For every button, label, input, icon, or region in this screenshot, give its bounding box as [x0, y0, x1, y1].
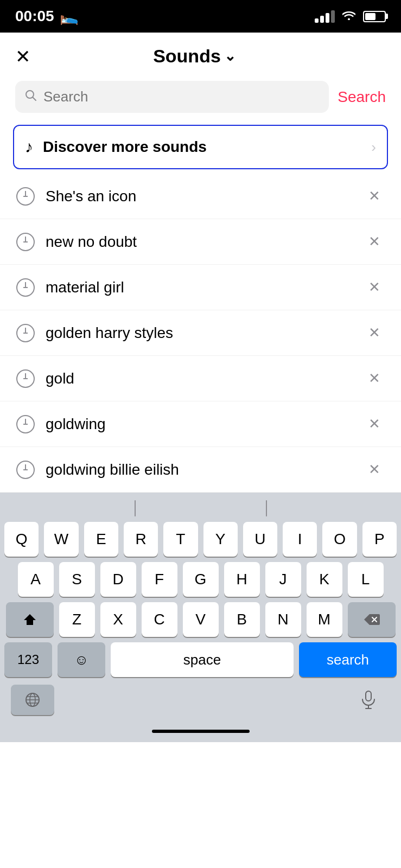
key-h[interactable]: H: [224, 562, 260, 597]
key-o[interactable]: O: [322, 522, 357, 557]
list-item[interactable]: material girl ✕: [0, 265, 401, 310]
svg-line-1: [33, 97, 36, 100]
key-s[interactable]: S: [59, 562, 95, 597]
key-w[interactable]: W: [44, 522, 78, 557]
key-x[interactable]: X: [100, 602, 136, 637]
svg-marker-2: [24, 614, 36, 625]
home-bar: [152, 730, 250, 733]
clock-icon: [16, 187, 35, 206]
remove-button[interactable]: ✕: [364, 231, 385, 252]
search-button[interactable]: Search: [338, 88, 386, 106]
signal-icon: [315, 10, 335, 23]
history-item-text: goldwing billie eilish: [46, 461, 179, 478]
keyboard-row-1: Q W E R T Y U I O P: [0, 522, 401, 557]
search-icon: [25, 90, 37, 105]
key-v[interactable]: V: [183, 602, 219, 637]
globe-key[interactable]: [11, 685, 54, 715]
chevron-right-icon: ›: [371, 139, 376, 156]
status-icons: [315, 9, 386, 23]
header: ✕ Sounds ⌄: [0, 33, 401, 75]
remove-button[interactable]: ✕: [364, 368, 385, 389]
key-g[interactable]: G: [183, 562, 219, 597]
key-d[interactable]: D: [100, 562, 136, 597]
history-list: She's an icon ✕ new no doubt ✕ material …: [0, 174, 401, 493]
keyboard-bottom-row: [0, 682, 401, 720]
key-k[interactable]: K: [307, 562, 342, 597]
keyboard-row-3: Z X C V B N M: [0, 602, 401, 637]
key-u[interactable]: U: [243, 522, 277, 557]
history-item-text: new no doubt: [46, 233, 137, 251]
search-input-wrap[interactable]: [15, 81, 329, 113]
sounds-title: Sounds: [153, 46, 221, 67]
keyboard: Q W E R T Y U I O P A S D F G H J K L Z …: [0, 493, 401, 742]
history-item-text: material girl: [46, 279, 124, 296]
history-item-text: goldwing: [46, 416, 106, 433]
key-i[interactable]: I: [283, 522, 317, 557]
key-y[interactable]: Y: [203, 522, 238, 557]
list-item[interactable]: She's an icon ✕: [0, 174, 401, 219]
battery-icon: [363, 11, 386, 22]
keyboard-drag-handles: [0, 500, 401, 516]
svg-rect-10: [366, 691, 371, 701]
remove-button[interactable]: ✕: [364, 459, 385, 480]
title-chevron-icon[interactable]: ⌄: [224, 48, 236, 65]
key-a[interactable]: A: [18, 562, 54, 597]
key-n[interactable]: N: [265, 602, 301, 637]
key-p[interactable]: P: [362, 522, 397, 557]
key-r[interactable]: R: [124, 522, 158, 557]
clock-icon: [16, 369, 35, 388]
history-item-text: gold: [46, 370, 74, 387]
discover-more-sounds-item[interactable]: ♪ Discover more sounds ›: [13, 125, 388, 169]
list-item[interactable]: new no doubt ✕: [0, 219, 401, 265]
list-item[interactable]: gold ✕: [0, 356, 401, 401]
clock-icon: [16, 461, 35, 479]
search-input[interactable]: [43, 88, 319, 105]
shift-key[interactable]: [6, 602, 54, 637]
time-display: 00:05: [15, 8, 54, 25]
clock-icon: [16, 324, 35, 342]
keyboard-row-4: 123 ☺ space search: [0, 642, 401, 677]
clock-icon: [16, 415, 35, 433]
emoji-key[interactable]: ☺: [58, 642, 105, 677]
list-item[interactable]: goldwing ✕: [0, 401, 401, 447]
clock-icon: [16, 278, 35, 297]
close-button[interactable]: ✕: [15, 47, 30, 66]
keyboard-row-2: A S D F G H J K L: [0, 562, 401, 597]
key-m[interactable]: M: [307, 602, 342, 637]
key-l[interactable]: L: [348, 562, 384, 597]
key-f[interactable]: F: [142, 562, 177, 597]
remove-button[interactable]: ✕: [364, 277, 385, 298]
key-e[interactable]: E: [84, 522, 118, 557]
home-indicator: [0, 720, 401, 742]
remove-button[interactable]: ✕: [364, 413, 385, 435]
num-key[interactable]: 123: [4, 642, 52, 677]
discover-label: Discover more sounds: [43, 138, 207, 156]
key-t[interactable]: T: [163, 522, 198, 557]
remove-button[interactable]: ✕: [364, 322, 385, 343]
music-note-icon: ♪: [25, 138, 33, 156]
space-key[interactable]: space: [111, 642, 294, 677]
status-bar: 00:05 🛌: [0, 0, 401, 33]
key-c[interactable]: C: [142, 602, 177, 637]
mic-key[interactable]: [347, 685, 390, 715]
header-title: Sounds ⌄: [153, 46, 236, 67]
search-bar-container: Search: [0, 75, 401, 120]
sleep-icon: 🛌: [60, 8, 79, 25]
list-item[interactable]: goldwing billie eilish ✕: [0, 447, 401, 493]
key-z[interactable]: Z: [59, 602, 95, 637]
remove-button[interactable]: ✕: [364, 186, 385, 207]
list-item[interactable]: golden harry styles ✕: [0, 310, 401, 356]
key-j[interactable]: J: [265, 562, 301, 597]
key-q[interactable]: Q: [4, 522, 39, 557]
history-item-text: golden harry styles: [46, 324, 173, 342]
clock-icon: [16, 233, 35, 251]
history-item-text: She's an icon: [46, 188, 136, 205]
search-action-key[interactable]: search: [299, 642, 397, 677]
wifi-icon: [342, 9, 355, 23]
backspace-key[interactable]: [348, 602, 396, 637]
key-b[interactable]: B: [224, 602, 260, 637]
